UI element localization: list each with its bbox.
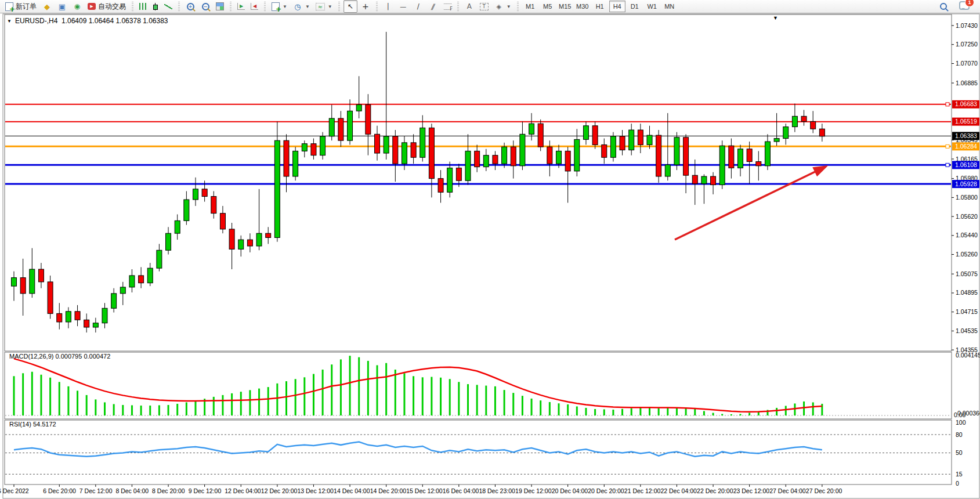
tile-icon [216,2,224,10]
bear-candle [84,320,89,327]
bear-candle [375,134,380,153]
notification-badge: 1 [965,0,974,7]
rsi-axis-label: 100 [956,419,966,426]
timeframe-M15[interactable]: M15 [557,1,573,12]
rsi-axis-label: 0 [956,480,959,487]
arrows-tool-button[interactable]: ▼ [492,0,513,13]
tile-windows-button[interactable] [214,0,226,13]
horizontal-line-tool-button[interactable] [396,0,410,13]
neworder-icon [5,2,13,11]
bear-candle [811,121,816,129]
zoom-out-button[interactable] [198,0,212,13]
bull-candle [293,151,298,176]
chart-shift-marker[interactable]: ▼ [773,15,778,21]
line-handle[interactable] [946,163,949,167]
bull-candle [102,308,107,323]
periods-button[interactable]: ▼ [291,0,312,13]
auto-trading-button[interactable]: 自动交易 [85,0,128,13]
candlestick-chart-button[interactable] [150,0,161,13]
rsi-axis-label: 80 [956,431,963,438]
bull-candle [502,147,507,164]
bar-chart-button[interactable] [137,0,149,13]
price-tick-label: 1.05260 [956,251,978,258]
bear-candle [20,278,26,294]
market-depth-button[interactable] [40,0,54,13]
price-tick-label: 1.06885 [956,79,978,86]
chart-title-ohlc: 1.06409 1.06464 1.06378 1.06383 [62,17,168,25]
bear-candle [565,151,570,171]
line-handle[interactable] [946,103,949,106]
timeframe-D1[interactable]: D1 [627,1,643,12]
line-handle[interactable] [946,144,949,148]
channel-tool-button[interactable] [426,0,440,13]
new-order-button[interactable]: 新订单 [3,0,39,13]
time-tick-label: 19 Dec 12:00 [515,487,552,494]
zoom-in-button[interactable] [183,0,197,13]
crosshair-tool-button[interactable] [359,0,373,13]
chart-title-bar[interactable]: ▼EURUSD-,H41.06409 1.06464 1.06378 1.063… [7,17,168,25]
bull-candle [184,200,189,220]
price-tick-label: 1.07430 [956,22,978,29]
toolbar-separator [457,2,459,11]
trendline-tool-button[interactable] [411,0,425,13]
bull-candle [765,142,770,166]
bear-candle [75,312,80,320]
bear-candle [338,118,343,140]
bear-candle [602,144,607,157]
vertical-line-tool-button[interactable] [381,0,395,13]
timeframe-H1[interactable]: H1 [592,1,608,12]
dropdown-arrow-icon: ▼ [283,4,287,9]
timeframe-M30[interactable]: M30 [574,1,591,12]
timeframe-M1[interactable]: M1 [522,1,538,12]
time-tick-label: 22 Dec 04:00 [660,487,697,494]
bear-candle [229,229,234,250]
bull-candle [402,143,407,164]
bear-candle [711,176,716,185]
market-watch-button[interactable] [55,0,69,13]
bull-candle [329,118,334,136]
time-tick-label: 22 Dec 20:00 [697,487,733,494]
cursor-tool-button[interactable] [343,0,357,13]
bear-candle [57,313,62,322]
line-chart-button[interactable] [162,0,175,13]
time-tick-label: 6 Dec 2022 [0,487,29,494]
autotrade-icon [88,3,96,10]
auto-scroll-button[interactable] [235,0,247,13]
time-tick-label: 27 Dec 20:00 [806,487,842,494]
text-label-tool-button[interactable] [478,0,491,13]
price-badge-label: 1.06284 [955,143,977,150]
clock-icon [293,2,302,10]
dropdown-arrow-icon: ▼ [507,4,511,9]
macd-axis-min: 0.000366 [957,410,980,417]
templates-button[interactable]: ▼ [313,0,335,13]
chart-shift-button[interactable] [248,0,261,13]
auto-trading-button-label: 自动交易 [98,2,126,12]
text-tool-button[interactable] [462,0,476,13]
main-panel [5,15,952,351]
bull-candle [256,233,262,246]
time-tick-label: 23 Dec 12:00 [733,487,770,494]
search-button[interactable] [936,0,950,13]
bull-candle [12,278,17,287]
timeframe-MN[interactable]: MN [661,1,678,12]
timeframe-M5[interactable]: M5 [540,1,556,12]
label-icon [480,3,489,10]
bull-candle [792,116,797,126]
bear-candle [284,140,289,176]
gold-icon [42,2,52,10]
macd-label: MACD(12,26,9) 0.000795 0.000472 [9,353,110,360]
signals-button[interactable] [70,0,84,13]
price-tick-label: 1.05800 [956,194,978,201]
bull-candle [719,146,725,185]
chartshift-icon [251,3,258,10]
timeframe-H4[interactable]: H4 [609,1,625,12]
chart-title-symbol: EURUSD-,H4 [15,17,58,25]
new-chart-button[interactable]: ▼ [269,0,290,13]
bear-candle [411,143,416,157]
fibonacci-tool-button[interactable] [442,0,454,13]
timeframe-W1[interactable]: W1 [644,1,660,12]
candle-icon [153,3,158,10]
notifications-button[interactable]: 1 [959,1,970,12]
bear-candle [266,233,271,237]
indframe-icon [316,3,325,10]
